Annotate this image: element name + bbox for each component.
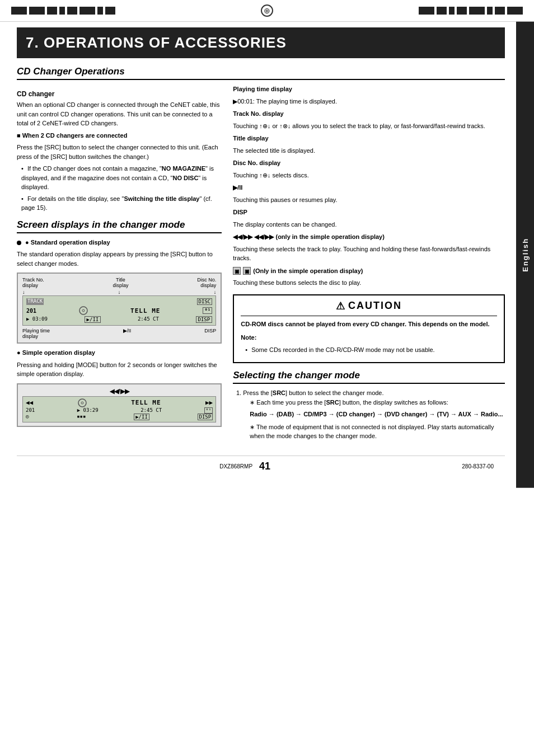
- ff-rew-body: Touching these selects the track to play…: [233, 245, 505, 263]
- svg-point-3: [81, 402, 83, 404]
- playing-time-heading-text: Playing time display: [233, 86, 292, 92]
- bar-segment: [469, 7, 485, 15]
- simple-screen-row2: 201 ▶ 03:29 2:45 CT ⁰¹: [26, 407, 213, 414]
- bar-segment: [487, 7, 493, 15]
- disp-label-bottom: DISP: [204, 328, 216, 339]
- switch-order: Radio → (DAB) → CD/MP3 → (CD changer) → …: [250, 410, 505, 419]
- screen-play-pause-btn: ▶/II: [85, 316, 101, 323]
- main-content: 7. OPERATIONS OF ACCESSORIES CD Changer …: [0, 22, 516, 488]
- display-labels-top: Track No. display Title display Disc No.…: [22, 277, 216, 288]
- playing-time-display-heading: Playing time display: [233, 84, 505, 94]
- title-text: Title: [113, 277, 128, 283]
- simple-display-label-p: ● Simple operation display: [17, 348, 222, 358]
- title-display-body: The selected title is displayed.: [233, 146, 505, 156]
- play-pause-label-bottom: ▶/II: [123, 328, 132, 339]
- simple-display-arrow-label: ◀◀/▶▶: [22, 388, 216, 395]
- standard-display-desc-text: The standard operation display appears b…: [17, 251, 213, 267]
- chapter-heading: 7. OPERATIONS OF ACCESSORIES: [17, 27, 505, 58]
- bar-segment: [47, 7, 57, 15]
- simple-display-diagram: ◀◀/▶▶ ◀◀ TELL ME ▶▶: [17, 383, 222, 427]
- cd-changer-intro-text: When an optional CD changer is connected…: [17, 101, 219, 126]
- svg-point-2: [78, 399, 86, 407]
- display-arrows: ↓↓↓: [22, 289, 216, 295]
- bar-segment: [79, 7, 95, 15]
- bar-segment: [419, 7, 434, 15]
- disp-heading: DISP: [233, 208, 505, 217]
- bar-segment: [449, 7, 455, 15]
- bullet-circle-icon: [17, 241, 21, 245]
- disc-no-sub-text: display: [197, 283, 216, 288]
- note-label: Note:: [241, 333, 497, 342]
- bar-segment: [437, 7, 447, 15]
- disc-select-body-text: Touching these buttons selects the disc …: [233, 279, 361, 286]
- right-column: Playing time display ▶00:01: The playing…: [233, 84, 505, 444]
- svg-point-1: [82, 309, 85, 312]
- bottom-bar: DXZ868RMP 41 280-8337-00: [17, 456, 505, 477]
- chapter-heading-text: 7. OPERATIONS OF ACCESSORIES: [26, 34, 287, 51]
- select-steps-list: Press the [SRC] button to select the cha…: [243, 388, 505, 441]
- disc-no-text: Disc No.: [197, 277, 216, 283]
- list-item: • Some CDs recorded in the CD-R/CD-RW mo…: [245, 345, 497, 355]
- disp-body: The display contents can be changed.: [233, 220, 505, 229]
- asterisk-note-1: Each time you press the [SRC] button, th…: [250, 398, 505, 407]
- part-number: 280-8337-00: [462, 463, 494, 469]
- disc-select-body: Touching these buttons selects the disc …: [233, 278, 505, 288]
- top-bar-right-decoration: [419, 7, 523, 15]
- select-section-title: Selecting the changer mode: [233, 370, 360, 381]
- caution-header: ⚠ CAUTION: [241, 300, 497, 316]
- cd-changer-section-heading: CD Changer Operations: [17, 66, 505, 80]
- cd-changer-section-title: CD Changer Operations: [17, 66, 125, 77]
- bar-segment: [97, 7, 103, 15]
- switch-order-text: Radio → (DAB) → CD/MP3 → (CD changer) → …: [250, 411, 503, 417]
- play-pause-body: Touching this pauses or resumes play.: [233, 195, 505, 205]
- simple-display-desc: Pressing and holding [MODE] button for 2…: [17, 360, 222, 379]
- when-2-cd-text: Press the [SRC] button to select the cha…: [17, 143, 222, 161]
- note-label-text: Note:: [241, 334, 256, 341]
- asterisk-note-2: The mode of equipment that is not connec…: [250, 422, 505, 441]
- screen-displays-heading: Screen displays in the changer mode: [17, 219, 222, 233]
- cd-changer-subheading: CD changer: [17, 90, 222, 98]
- display-screen: TRACK DISC 201 TELL ME: [22, 295, 216, 326]
- track-no-display-heading: Track No. display: [233, 109, 505, 119]
- svg-point-0: [79, 307, 87, 314]
- title-display-heading: Title display: [233, 134, 505, 143]
- simple-screen-title: TELL ME: [131, 399, 161, 406]
- disc-no-heading-text: Disc No. display: [233, 159, 280, 166]
- when-2-cd-label: ■ When 2 CD changers are connected: [17, 131, 222, 140]
- disc-select-heading-text: ▣ ▣ (Only in the simple operation displa…: [233, 266, 363, 276]
- track-no-sub-text: display: [22, 283, 44, 288]
- screen-cd-icon: [79, 306, 88, 315]
- bar-segment: [495, 7, 505, 15]
- ff-rew-heading-text: ◀◀/▶▶ ◀◀/▶▶ (only in the simple operatio…: [233, 233, 385, 240]
- language-tab-text: English: [521, 238, 530, 272]
- disp-heading-text: DISP: [233, 209, 247, 215]
- play-pause-heading-text: ▶/II: [233, 184, 242, 191]
- screen-disc-number: DISC: [197, 298, 213, 305]
- track-no-text: Track No.: [22, 277, 44, 283]
- bar-segment: [59, 7, 65, 15]
- note-list: • Some CDs recorded in the CD-R/CD-RW mo…: [245, 345, 497, 355]
- language-tab: English: [516, 22, 534, 488]
- screen-disp-btn: DISP: [196, 316, 213, 323]
- note-bullet-text: Some CDs recorded in the CD-R/CD-RW mode…: [251, 346, 434, 353]
- two-column-layout: CD changer When an optional CD changer i…: [17, 84, 505, 444]
- bar-segment: [457, 7, 467, 15]
- disc-no-display-body: Touching ↑⊕↓ selects discs.: [233, 171, 505, 180]
- simple-screen-disc: ⁰¹: [204, 407, 213, 414]
- simple-screen-play: ▶/II: [134, 414, 149, 420]
- bar-segment: [105, 7, 115, 15]
- simple-screen-ff: ▶▶: [205, 399, 213, 406]
- bar-segment: [11, 7, 27, 15]
- simple-screen-ct: 2:45 CT: [140, 407, 162, 414]
- simple-display-label-text: ● Simple operation display: [17, 349, 95, 356]
- list-item: • For details on the title display, see …: [21, 194, 222, 213]
- asterisk-note-2-text: The mode of equipment that is not connec…: [250, 424, 494, 440]
- standard-display-label: ● Standard operation display: [17, 238, 222, 247]
- simple-screen-rewind: ◀◀: [26, 399, 33, 406]
- caution-body-text: CD-ROM discs cannot be played from every…: [241, 321, 489, 327]
- disp-body-text: The display contents can be changed.: [233, 221, 336, 228]
- standard-display-label-text: ● Standard operation display: [25, 239, 110, 246]
- simple-screen-icon1: ◎: [26, 414, 29, 420]
- title-heading-text: Title display: [233, 135, 268, 142]
- top-bar-left-decoration: [11, 7, 115, 15]
